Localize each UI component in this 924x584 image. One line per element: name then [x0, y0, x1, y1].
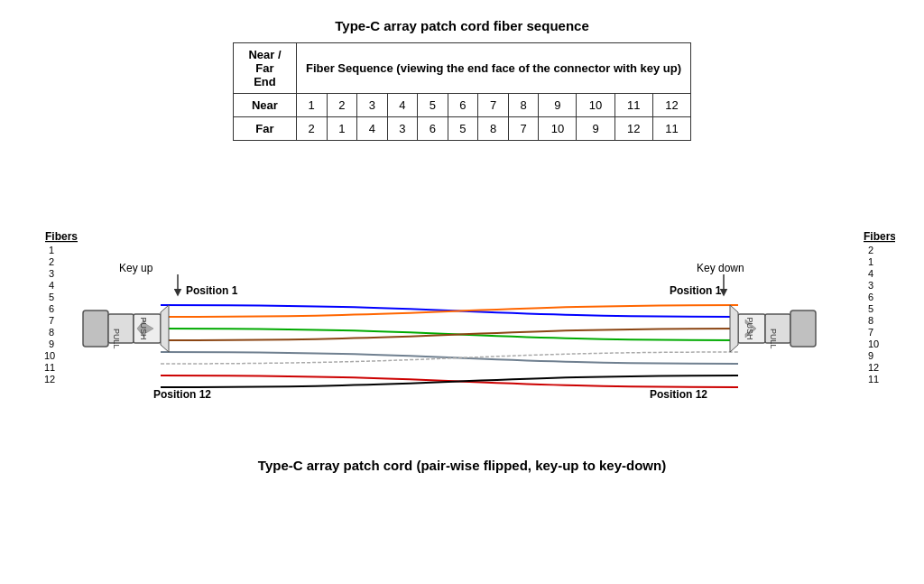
- left-pos1-label: Position 1: [186, 284, 238, 297]
- right-fiber-12: 11: [868, 374, 879, 385]
- left-plug-body: [83, 311, 108, 347]
- table-cell: 7: [478, 94, 509, 117]
- left-fiber-9: 9: [49, 338, 54, 349]
- table-cell: 1: [296, 94, 327, 117]
- right-ferrule: [730, 305, 738, 352]
- fiber-4: [161, 329, 738, 340]
- left-fiber-6: 6: [49, 303, 54, 314]
- table-cell: 4: [357, 117, 388, 141]
- table-header-sequence: Fiber Sequence (viewing the end face of …: [296, 43, 690, 94]
- key-down-label: Key down: [697, 262, 744, 274]
- right-fiber-10: 9: [868, 350, 873, 361]
- table-cell: 8: [508, 94, 539, 117]
- table-cell: 11: [652, 117, 690, 141]
- right-pull-text: PULL: [769, 329, 778, 349]
- right-fibers-label: Fibers: [864, 230, 895, 243]
- key-up-label: Key up: [119, 262, 153, 274]
- right-pos1-label: Position 1: [670, 284, 722, 297]
- table-cell: 4: [387, 94, 418, 117]
- right-fiber-2: 1: [868, 256, 873, 267]
- right-push-text: PUSH: [745, 317, 754, 339]
- fiber-2: [161, 305, 738, 317]
- table-near-label: Near: [233, 94, 296, 117]
- bottom-caption: Type-C array patch cord (pair-wise flipp…: [258, 458, 666, 473]
- right-fiber-8: 7: [868, 327, 873, 338]
- table-cell: 5: [448, 117, 478, 141]
- table-cell: 6: [448, 94, 478, 117]
- fiber-8: [161, 375, 738, 387]
- left-fiber-4: 4: [49, 280, 54, 291]
- table-cell: 3: [387, 117, 418, 141]
- right-fiber-9: 10: [868, 338, 879, 349]
- left-fiber-1: 1: [49, 245, 54, 255]
- table-cell: 9: [539, 94, 577, 117]
- left-fiber-7: 7: [49, 315, 54, 326]
- table-cell: 5: [418, 94, 448, 117]
- table-cell: 3: [357, 94, 388, 117]
- diagram-svg: Fibers 1 2 3 4 5 6 7 8 9 10 11 12 Fibers…: [29, 177, 895, 439]
- table-header-end: Near /FarEnd: [233, 43, 296, 94]
- table-cell: 2: [296, 117, 327, 141]
- right-fiber-1: 2: [868, 245, 873, 255]
- page-title: Type-C array patch cord fiber sequence: [335, 18, 588, 33]
- left-fiber-10: 10: [44, 350, 55, 361]
- left-ferrule: [161, 305, 169, 352]
- right-fiber-4: 3: [868, 280, 873, 291]
- table-cell: 10: [577, 94, 614, 117]
- left-fiber-3: 3: [49, 268, 54, 279]
- left-fiber-2: 2: [49, 256, 54, 267]
- table-cell: 1: [327, 117, 357, 141]
- right-fiber-7: 8: [868, 315, 873, 326]
- left-fiber-11: 11: [44, 362, 55, 373]
- left-pos12-label: Position 12: [153, 388, 211, 401]
- table-cell: 11: [614, 94, 652, 117]
- left-fiber-5: 5: [49, 292, 54, 302]
- table-cell: 9: [577, 117, 614, 141]
- right-fiber-3: 4: [868, 268, 873, 279]
- table-cell: 12: [614, 117, 652, 141]
- right-fiber-11: 12: [868, 362, 879, 373]
- diagram-area: Fibers 1 2 3 4 5 6 7 8 9 10 11 12 Fibers…: [29, 177, 895, 441]
- left-fiber-8: 8: [49, 327, 54, 338]
- table-cell: 10: [539, 117, 577, 141]
- right-pos12-label: Position 12: [650, 388, 707, 401]
- table-cell: 6: [418, 117, 448, 141]
- left-fiber-12: 12: [44, 374, 55, 385]
- left-pull-text: PULL: [112, 329, 121, 349]
- right-fiber-5: 6: [868, 292, 873, 302]
- right-plug-body: [790, 311, 816, 347]
- fiber-sequence-table: Near /FarEnd Fiber Sequence (viewing the…: [233, 42, 691, 141]
- left-push-text: PUSH: [139, 317, 148, 339]
- table-cell: 2: [327, 94, 357, 117]
- table-far-label: Far: [233, 117, 296, 141]
- left-fibers-label: Fibers: [45, 230, 78, 243]
- right-fiber-6: 5: [868, 303, 873, 314]
- fiber-6: [161, 352, 738, 364]
- table-cell: 8: [478, 117, 509, 141]
- table-cell: 7: [508, 117, 539, 141]
- table-cell: 12: [652, 94, 690, 117]
